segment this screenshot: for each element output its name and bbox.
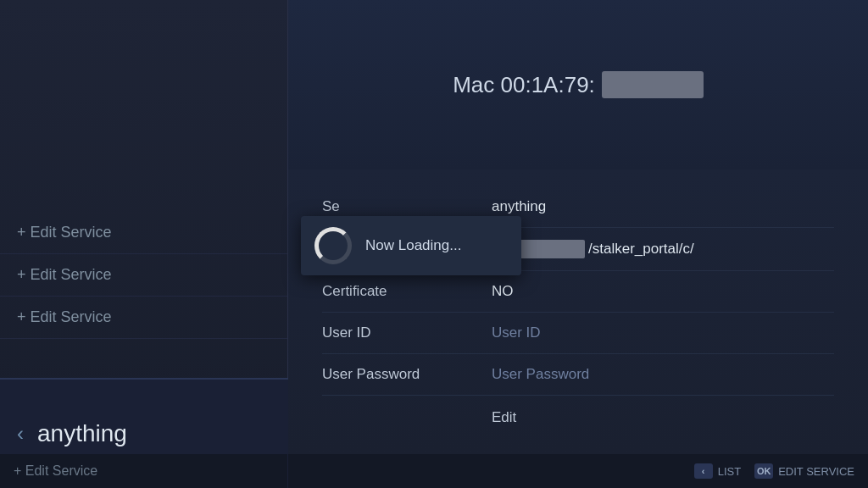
sidebar-item-label-2: + Edit Service (17, 266, 112, 283)
list-label: LIST (718, 465, 741, 478)
sidebar-item-2[interactable]: + Edit Service (0, 254, 287, 297)
field-row-certificate: Certificate NO (322, 271, 834, 313)
field-label-service-name: Se (322, 198, 492, 215)
edit-button[interactable]: Edit (492, 409, 516, 426)
status-edit-service: OK EDIT SERVICE (754, 463, 854, 479)
sidebar-item-1[interactable]: + Edit Service (0, 212, 287, 254)
list-key: ‹ (694, 463, 713, 479)
sidebar-footer: + Edit Service (0, 454, 287, 488)
sidebar-item-3[interactable]: + Edit Service (0, 297, 287, 339)
field-row-userid: User ID User ID (322, 313, 834, 354)
sidebar-items: + Edit Service + Edit Service + Edit Ser… (0, 212, 287, 339)
header-area: Mac 00:1A:79: (288, 0, 868, 169)
sidebar-item-label-4: + Edit Service (14, 463, 97, 478)
field-value-certificate: NO (492, 283, 514, 300)
field-value-password: User Password (492, 366, 589, 383)
mac-prefix: Mac 00:1A:79: (453, 72, 595, 98)
sidebar-active-title: anything (37, 420, 127, 447)
content-area: Se anything Se /stalker_portal/c/ Certif… (288, 169, 868, 454)
loading-overlay: Now Loading... (301, 216, 521, 275)
field-label-certificate: Certificate (322, 283, 492, 300)
mac-redacted-value (602, 71, 704, 98)
mac-address: Mac 00:1A:79: (453, 71, 704, 98)
status-bar: ‹ LIST OK EDIT SERVICE (288, 454, 868, 488)
field-label-password: User Password (322, 366, 492, 383)
field-value-userid: User ID (492, 324, 541, 341)
url-suffix: /stalker_portal/c/ (588, 241, 694, 258)
sidebar: + Edit Service + Edit Service + Edit Ser… (0, 0, 288, 488)
ok-key: OK (754, 463, 773, 479)
sidebar-item-label-3: + Edit Service (17, 308, 112, 325)
back-button[interactable]: ‹ (17, 422, 24, 446)
loading-text: Now Loading... (365, 237, 461, 254)
loading-spinner (314, 227, 352, 264)
field-value-service-name: anything (492, 198, 546, 215)
status-list: ‹ LIST (694, 463, 741, 479)
ok-label: EDIT SERVICE (778, 465, 854, 478)
edit-row: Edit (322, 396, 834, 440)
field-label-userid: User ID (322, 324, 492, 341)
url-row: /stalker_portal/c/ (492, 240, 694, 258)
sidebar-item-label-1: + Edit Service (17, 224, 112, 241)
field-row-password: User Password User Password (322, 354, 834, 396)
field-value-service-url: /stalker_portal/c/ (492, 240, 694, 258)
sidebar-item-4[interactable]: + Edit Service (14, 463, 97, 479)
